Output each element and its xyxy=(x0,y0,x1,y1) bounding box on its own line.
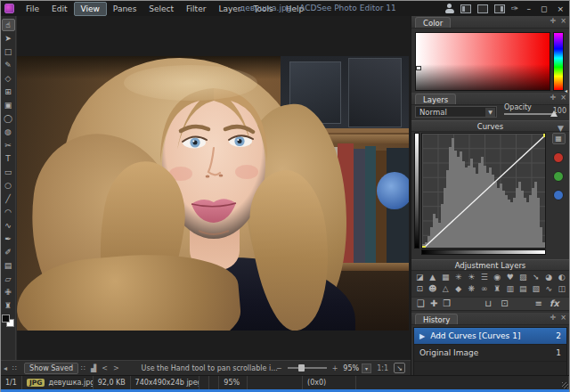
fit-image-button[interactable]: ↘ xyxy=(394,363,405,373)
feather-icon[interactable]: ✑ xyxy=(511,4,518,13)
close-icon[interactable]: × xyxy=(560,314,566,322)
add-layer-button[interactable]: ✚ xyxy=(430,298,437,310)
layer-fx-button[interactable]: fx xyxy=(550,298,559,310)
texture-icon[interactable]: ▥ xyxy=(504,283,517,295)
color-panel-tab[interactable]: Color xyxy=(415,17,451,28)
actual-size-button[interactable]: 1:1 xyxy=(377,364,388,372)
zoom-dropdown-button[interactable]: ▾ xyxy=(362,363,371,373)
gradient-tool[interactable]: ▤ xyxy=(2,259,15,272)
previous-image-button[interactable]: < xyxy=(102,364,108,372)
channel-red-button[interactable] xyxy=(553,152,564,163)
history-item[interactable]: Original Image1 xyxy=(414,345,566,362)
layout-single-pane-button[interactable] xyxy=(477,4,488,13)
channel-green-button[interactable] xyxy=(553,171,564,182)
clone-stamp-tool[interactable]: ♜ xyxy=(2,299,15,312)
show-saved-button[interactable]: Show Saved xyxy=(24,363,78,374)
tone-curves-icon[interactable]: ▦ xyxy=(439,272,452,283)
rectangle-tool[interactable]: ▭ xyxy=(2,166,15,178)
blend-mode-select[interactable]: Normal ▼ xyxy=(415,106,497,118)
select-tool[interactable]: ➤ xyxy=(2,32,15,45)
skin-tune-icon[interactable]: ▨ xyxy=(517,272,530,283)
photo-effect-icon[interactable]: ▤ xyxy=(517,283,530,295)
photo-canvas[interactable] xyxy=(17,56,409,331)
arc-tool[interactable]: ◠ xyxy=(2,206,15,218)
clarity-icon[interactable]: ⊡ xyxy=(413,283,427,295)
menu-edit[interactable]: Edit xyxy=(45,3,73,15)
channel-rgb-button[interactable]: ▦ xyxy=(552,133,566,144)
add-group-button[interactable]: ❑ xyxy=(417,298,425,310)
color-swatches[interactable] xyxy=(2,314,14,327)
foreground-color-swatch[interactable] xyxy=(2,314,10,323)
duplicate-layer-button[interactable]: ❒ xyxy=(443,298,451,310)
layers-panel-tab[interactable]: Layers xyxy=(415,94,456,104)
vignette-icon[interactable]: △ xyxy=(439,283,452,295)
close-icon[interactable]: × xyxy=(560,17,566,25)
line-tool[interactable]: ╱ xyxy=(2,192,15,205)
close-button[interactable]: × xyxy=(555,4,566,13)
channel-blue-button[interactable] xyxy=(553,190,564,200)
blur-icon[interactable]: ∞ xyxy=(478,283,492,295)
cube-3d-icon[interactable]: ◫ xyxy=(556,283,569,295)
marquee-tool[interactable]: □ xyxy=(2,45,15,58)
vibrance-icon[interactable]: ♥ xyxy=(504,272,517,283)
zoom-in-button[interactable]: + xyxy=(332,364,338,372)
collapse-left-icon[interactable]: ◂ xyxy=(4,364,7,372)
menu-panes[interactable]: Panes xyxy=(107,3,142,15)
menu-file[interactable]: File xyxy=(20,3,45,15)
ellipse-tool[interactable]: ○ xyxy=(2,179,15,192)
color-wheel-icon[interactable]: ◉ xyxy=(491,272,504,283)
hue-slider[interactable] xyxy=(553,32,564,91)
zoom-slider-handle[interactable] xyxy=(298,364,305,372)
close-icon[interactable]: × xyxy=(560,94,566,102)
dodge-burn-icon[interactable]: ➘ xyxy=(530,272,543,283)
menu-filter[interactable]: Filter xyxy=(180,3,212,15)
text-tool[interactable]: T xyxy=(2,152,15,165)
pin-icon[interactable]: ✛ xyxy=(550,314,557,322)
menu-view[interactable]: View xyxy=(74,2,107,16)
menu-select[interactable]: Select xyxy=(142,3,180,15)
opacity-slider[interactable] xyxy=(504,113,556,115)
grid-icon[interactable]: ∷ xyxy=(81,364,86,372)
grain-icon[interactable]: ❋ xyxy=(465,283,478,295)
edit-brush-tool[interactable]: ✎ xyxy=(2,59,15,71)
gradient-map-icon[interactable]: ▧ xyxy=(530,283,543,295)
zoom-slider[interactable] xyxy=(288,367,327,369)
image-canvas[interactable] xyxy=(17,16,412,360)
maximize-button[interactable]: ◻ xyxy=(539,4,549,13)
color-eq-icon[interactable]: ☰ xyxy=(478,272,492,283)
layer-menu-button[interactable]: ≡ xyxy=(535,298,542,310)
polygon-select-tool[interactable]: ◇ xyxy=(2,72,15,85)
history-panel-tab[interactable]: History xyxy=(415,314,458,324)
history-item[interactable]: ▶Add Curves [Curves 1]2 xyxy=(414,328,566,345)
crop-tool[interactable]: ⊞ xyxy=(2,86,15,98)
hand-tool[interactable]: ☝ xyxy=(2,19,15,31)
minimize-button[interactable]: – xyxy=(525,4,533,13)
red-eye-icon[interactable]: ◕ xyxy=(542,272,556,283)
eraser-tool[interactable]: ▱ xyxy=(2,273,15,285)
exposure-icon[interactable]: ◪ xyxy=(413,272,427,283)
curve-adjust-icon[interactable]: ∿ xyxy=(542,283,556,295)
round-shapes-tool[interactable]: ◯ xyxy=(2,112,15,125)
layer-monitor-button[interactable]: ⊡ xyxy=(501,298,508,310)
layout-left-pane-button[interactable] xyxy=(460,4,471,13)
next-image-button[interactable]: > xyxy=(113,364,119,372)
callout-tool[interactable]: ◍ xyxy=(2,126,15,138)
brush-tool[interactable]: ✐ xyxy=(2,246,15,258)
color-saturation-field[interactable] xyxy=(415,32,550,91)
split-tone-icon[interactable]: ◐ xyxy=(556,272,569,283)
window-resize-grip[interactable] xyxy=(562,382,568,388)
pin-icon[interactable]: ✛ xyxy=(550,17,557,25)
zoom-out-button[interactable]: − xyxy=(276,364,282,372)
curves-line[interactable] xyxy=(422,134,546,249)
sharpen-icon[interactable]: ♜ xyxy=(491,283,504,295)
cut-tool[interactable]: ✂ xyxy=(2,139,15,151)
eyedropper-tool[interactable]: ✒ xyxy=(2,233,15,245)
layout-right-pane-button[interactable] xyxy=(494,4,505,13)
saturation-icon[interactable]: ◆ xyxy=(452,283,466,295)
white-balance-icon[interactable]: ✳ xyxy=(452,272,466,283)
chevron-down-icon[interactable]: ▼ xyxy=(485,108,495,117)
account-icon[interactable] xyxy=(444,4,454,13)
light-eq-icon[interactable]: ☀ xyxy=(465,272,478,283)
delete-layer-button[interactable]: ⊔ xyxy=(484,298,492,310)
curve-tool[interactable]: ∿ xyxy=(2,219,15,232)
